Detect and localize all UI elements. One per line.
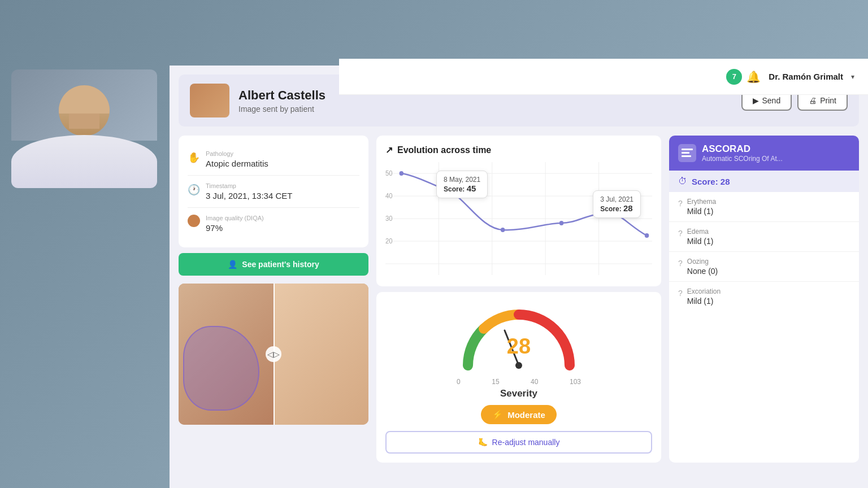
svg-point-16 <box>501 228 505 232</box>
gauge-scale-15: 15 <box>492 378 499 386</box>
tooltip2-date: 3 Jul, 2021 <box>600 195 633 203</box>
chart-tooltip-1: 8 May, 2021 Score: 45 <box>436 171 488 198</box>
timestamp-row: 🕐 Timestamp 3 Jul, 2021, 13:34 CET <box>188 176 359 208</box>
ascorad-item-edema: ? Edema Mild (1) <box>669 222 859 252</box>
main-content-grid: ✋ Pathology Atopic dermatitis 🕐 Timestam… <box>179 136 859 463</box>
oozing-label: Oozing <box>687 258 718 265</box>
svg-point-17 <box>559 221 564 225</box>
ascorad-score-icon: ⏱ <box>678 176 687 186</box>
patient-skin-thumbnail <box>190 84 229 117</box>
gauge-container: 28 <box>457 303 581 377</box>
excoriation-value: Mild (1) <box>687 297 721 306</box>
svg-rect-24 <box>682 155 691 157</box>
tooltip2-score: Score: 28 <box>600 203 633 213</box>
gauge-score: 28 <box>507 334 531 359</box>
readjust-button[interactable]: 🦶 Re-adjust manually <box>385 431 652 454</box>
quality-dot <box>188 215 200 227</box>
skin-left-panel <box>179 284 274 425</box>
ascorad-item-erythema: ? Erythema Mild (1) <box>669 192 859 222</box>
pathology-label: Pathology <box>206 150 268 157</box>
send-icon: ▶ <box>753 96 759 105</box>
history-icon: 👤 <box>228 260 237 269</box>
ascorad-header-icon <box>678 144 696 162</box>
svg-point-19 <box>645 233 649 238</box>
severity-label: Severity <box>500 388 537 399</box>
ascorad-item-excoriation: ? Excoriation Mild (1) <box>669 282 859 311</box>
svg-rect-22 <box>682 149 693 150</box>
edema-value: Mild (1) <box>687 237 714 246</box>
oozing-value: None (0) <box>687 267 718 276</box>
svg-text:20: 20 <box>385 237 393 245</box>
chart-tooltip-2: 3 Jul, 2021 Score: 28 <box>593 190 641 218</box>
trend-icon: ↗ <box>385 145 393 155</box>
evolution-chart-svg: 50 40 30 20 <box>385 162 652 275</box>
erythema-help-icon[interactable]: ? <box>678 199 683 208</box>
doctor-name: Dr. Ramón Grimalt <box>769 72 843 81</box>
info-card: ✋ Pathology Atopic dermatitis 🕐 Timestam… <box>179 136 368 247</box>
segmentation-overlay <box>183 326 259 411</box>
ascorad-item-oozing: ? Oozing None (0) <box>669 252 859 282</box>
timestamp-label: Timestamp <box>206 182 292 189</box>
edema-label: Edema <box>687 228 714 236</box>
readjust-icon: 🦶 <box>478 438 488 447</box>
top-header: 7 🔔 Dr. Ramón Grimalt ▾ <box>339 59 868 95</box>
quality-value: 97% <box>206 223 264 233</box>
erythema-value: Mild (1) <box>687 207 716 216</box>
middle-panel: ↗ Evolution across time <box>376 136 661 463</box>
skin-right-panel <box>274 284 368 425</box>
ascorad-header: ASCORAD Automatic SCOring Of At... <box>669 136 859 171</box>
svg-point-14 <box>400 171 404 176</box>
chevron-down-icon[interactable]: ▾ <box>851 73 854 81</box>
gauge-scale: 0 15 40 103 <box>457 378 581 386</box>
svg-point-21 <box>515 362 522 369</box>
svg-rect-23 <box>682 152 689 154</box>
gauge-scale-min: 0 <box>457 378 461 386</box>
doctor-avatar <box>11 69 157 188</box>
svg-text:40: 40 <box>385 192 393 199</box>
ascorad-score-label: Score: 28 <box>692 177 730 186</box>
chart-title: ↗ Evolution across time <box>385 145 652 155</box>
ascorad-score-row: ⏱ Score: 28 <box>669 171 859 192</box>
gauge-scale-40: 40 <box>531 378 538 386</box>
bell-icon[interactable]: 🔔 <box>747 70 761 84</box>
moderate-badge: ⚡ Moderate <box>481 405 557 424</box>
edema-help-icon[interactable]: ? <box>678 229 683 238</box>
notification-badge: 7 <box>726 69 742 85</box>
tooltip1-date: 8 May, 2021 <box>444 176 480 184</box>
moderate-icon: ⚡ <box>492 409 503 420</box>
excoriation-help-icon[interactable]: ? <box>678 289 683 298</box>
comparison-handle[interactable]: ◁▷ <box>266 346 281 362</box>
clock-icon: 🕐 <box>188 184 200 196</box>
oozing-help-icon[interactable]: ? <box>678 259 683 268</box>
ascorad-title: ASCORAD <box>702 143 783 155</box>
print-icon: 🖨 <box>809 96 817 105</box>
pathology-icon: ✋ <box>188 151 200 164</box>
patient-subtitle: Image sent by patient <box>238 104 732 114</box>
quality-row: Image quality (DIQA) 97% <box>188 208 359 239</box>
quality-label: Image quality (DIQA) <box>206 215 264 221</box>
pathology-row: ✋ Pathology Atopic dermatitis <box>188 143 359 176</box>
ascorad-card: ASCORAD Automatic SCOring Of At... ⏱ Sco… <box>669 136 859 463</box>
main-layout: LEGIT.HEALTH Dashboard ⚠ Priority 👥 <box>0 29 868 488</box>
ascorad-subtitle: Automatic SCOring Of At... <box>702 155 783 163</box>
evolution-chart-card: ↗ Evolution across time <box>376 136 661 286</box>
excoriation-label: Excoriation <box>687 287 721 295</box>
pathology-value: Atopic dermatitis <box>206 159 268 168</box>
gauge-card: 28 0 15 40 103 Severity ⚡ Moderate <box>376 292 661 463</box>
see-history-button[interactable]: 👤 See patient's history <box>179 253 368 276</box>
skin-comparison-image[interactable]: ◁▷ <box>179 284 368 425</box>
svg-text:50: 50 <box>385 169 393 177</box>
svg-text:30: 30 <box>385 215 393 222</box>
tooltip1-score: Score: 45 <box>444 184 480 193</box>
gauge-scale-max: 103 <box>570 378 581 386</box>
timestamp-value: 3 Jul, 2021, 13:34 CET <box>206 191 292 201</box>
sidebar: LEGIT.HEALTH Dashboard ⚠ Priority 👥 <box>0 29 170 488</box>
left-panel: ✋ Pathology Atopic dermatitis 🕐 Timestam… <box>179 136 368 463</box>
erythema-label: Erythema <box>687 198 716 206</box>
content-area: Albert Castells Image sent by patient ▶ … <box>170 66 868 488</box>
